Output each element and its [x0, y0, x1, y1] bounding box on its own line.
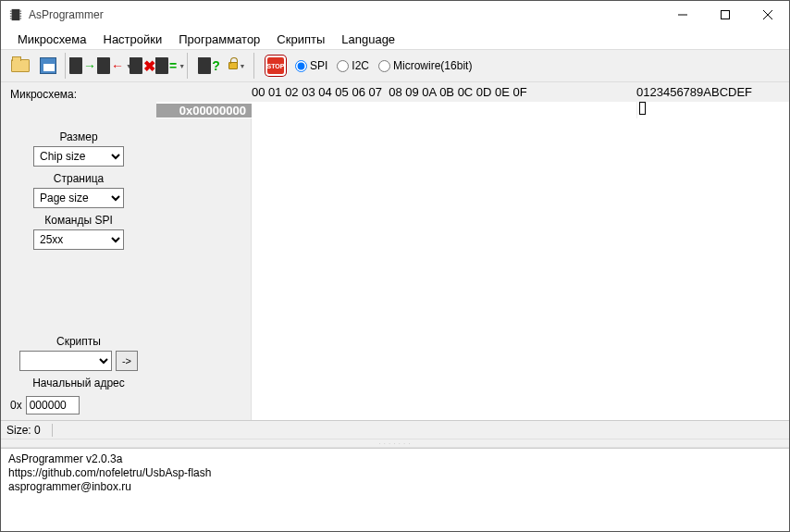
radio-spi[interactable]: SPI: [295, 59, 327, 72]
chip-icon: [155, 57, 168, 74]
toolbar-separator: [253, 53, 259, 79]
arrow-right-icon: →: [83, 58, 96, 73]
hex-row-address: 0x00000000: [156, 104, 252, 118]
svg-rect-1: [10, 11, 12, 12]
question-icon: ?: [212, 58, 220, 73]
svg-rect-4: [10, 19, 12, 19]
radio-i2c[interactable]: I2C: [337, 59, 369, 72]
minimize-button[interactable]: [661, 1, 704, 29]
title-bar: AsProgrammer: [1, 1, 789, 29]
hex-header-ascii: 0123456789ABCDEF: [636, 85, 789, 99]
chip-icon: [97, 57, 110, 74]
interface-radio-group: SPI I2C Microwire(16bit): [295, 59, 472, 72]
hex-header-columns: 00 01 02 03 04 05 06 07 08 09 0A 0B 0C 0…: [252, 85, 636, 99]
start-address-prefix: 0x: [10, 399, 22, 412]
size-label: Размер: [59, 130, 97, 143]
close-button[interactable]: [747, 1, 789, 29]
page-label: Страница: [54, 172, 104, 185]
hex-row[interactable]: 0x00000000: [156, 102, 789, 118]
sidebar-title: Микросхема:: [10, 88, 147, 101]
menu-programmer[interactable]: Программатор: [171, 31, 267, 48]
radio-microwire[interactable]: Microwire(16bit): [378, 59, 472, 72]
run-script-button[interactable]: ->: [116, 351, 138, 371]
page-size-select[interactable]: Page size: [33, 188, 124, 208]
lock-icon: [228, 62, 238, 69]
menu-language[interactable]: Language: [334, 31, 402, 48]
toolbar: →▼ ←▼ ✖ =▼ ? ▼ STOP SPI I2C Microwire(16…: [1, 49, 789, 82]
toolbar-separator: [187, 53, 192, 79]
erase-chip-button[interactable]: ✖: [129, 52, 156, 80]
detect-chip-button[interactable]: ?: [195, 52, 223, 80]
svg-rect-7: [19, 16, 21, 17]
chip-icon: [130, 57, 142, 74]
start-address-input[interactable]: [26, 396, 80, 414]
console-line: https://github.com/nofeletru/UsbAsp-flas…: [8, 466, 782, 480]
chip-size-select[interactable]: Chip size: [33, 146, 124, 167]
menu-bar: Микросхема Настройки Программатор Скрипт…: [1, 29, 789, 49]
app-icon: [8, 7, 23, 22]
open-button[interactable]: [6, 52, 34, 80]
svg-rect-0: [12, 9, 20, 20]
console-line: AsProgrammer v2.0.3a: [8, 452, 782, 466]
save-button[interactable]: [34, 52, 62, 80]
arrow-left-icon: ←: [111, 58, 124, 73]
spi-commands-select[interactable]: 25xx: [33, 229, 124, 250]
hex-row-ascii[interactable]: [636, 102, 789, 118]
console-line: asprogrammer@inbox.ru: [8, 480, 782, 494]
stop-button[interactable]: STOP: [262, 52, 290, 80]
menu-scripts[interactable]: Скрипты: [269, 31, 332, 48]
svg-rect-10: [722, 11, 730, 19]
scripts-label: Скрипты: [56, 335, 101, 348]
hex-blank-area: [156, 118, 789, 420]
save-icon: [40, 57, 56, 74]
svg-rect-5: [19, 11, 21, 12]
menu-chip[interactable]: Микросхема: [10, 31, 94, 48]
svg-rect-2: [10, 13, 12, 14]
spi-commands-label: Команды SPI: [44, 214, 113, 227]
sidebar: Микросхема: Размер Chip size Страница Pa…: [1, 82, 156, 420]
console[interactable]: AsProgrammer v2.0.3a https://github.com/…: [1, 448, 789, 531]
chip-icon: [198, 57, 211, 74]
svg-rect-3: [10, 16, 12, 17]
equals-icon: =: [169, 58, 177, 73]
menu-settings[interactable]: Настройки: [96, 31, 170, 48]
hex-header: 00 01 02 03 04 05 06 07 08 09 0A 0B 0C 0…: [156, 82, 789, 102]
splitter[interactable]: · · · · · · ·: [1, 439, 789, 448]
write-chip-button[interactable]: ←▼: [101, 52, 129, 80]
hex-row-data[interactable]: [252, 102, 636, 118]
maximize-button[interactable]: [704, 1, 747, 29]
cursor-icon: [639, 102, 646, 115]
main-area: Микросхема: Размер Chip size Страница Pa…: [1, 82, 789, 420]
verify-chip-button[interactable]: =▼: [156, 52, 184, 80]
unlock-button[interactable]: ▼: [223, 52, 251, 80]
scripts-select[interactable]: [19, 351, 112, 371]
status-bar: Size: 0: [1, 420, 789, 439]
window-controls: [661, 1, 789, 29]
chip-icon: [69, 57, 82, 74]
window-title: AsProgrammer: [29, 8, 661, 21]
stop-icon: STOP: [265, 56, 286, 76]
start-address-label: Начальный адрес: [32, 377, 125, 390]
folder-icon: [11, 59, 30, 72]
hex-editor: 00 01 02 03 04 05 06 07 08 09 0A 0B 0C 0…: [156, 82, 789, 420]
x-icon: ✖: [143, 57, 155, 75]
status-size: Size: 0: [6, 424, 48, 437]
svg-rect-8: [19, 19, 21, 19]
svg-rect-6: [19, 13, 21, 14]
